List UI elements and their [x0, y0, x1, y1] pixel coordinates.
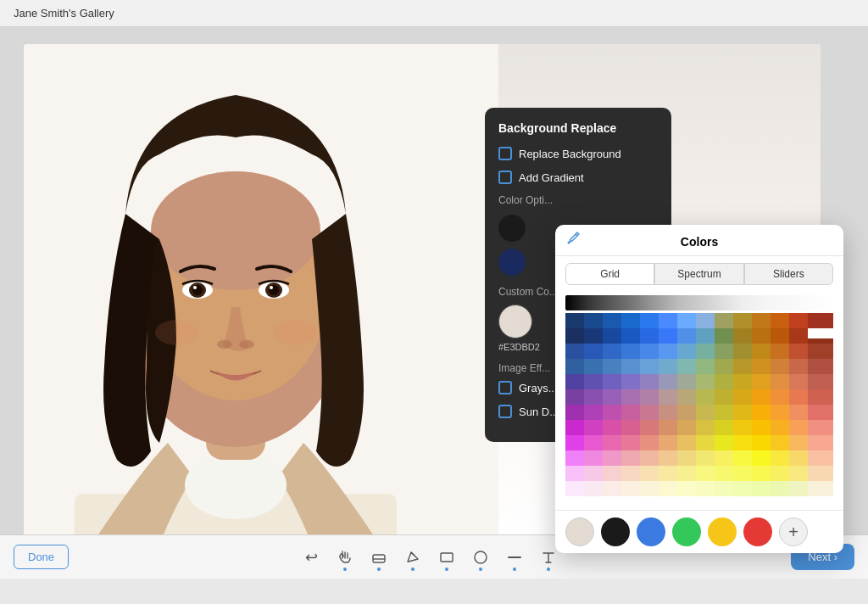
svg-rect-110	[659, 405, 677, 420]
text-icon	[540, 549, 557, 566]
replace-bg-checkbox[interactable]	[498, 147, 512, 160]
svg-rect-83	[677, 374, 696, 389]
custom-color-swatch[interactable]	[498, 305, 532, 338]
eraser-dot	[377, 568, 381, 571]
sun-checkbox[interactable]	[498, 405, 512, 418]
hand-icon	[337, 549, 353, 566]
svg-rect-51	[603, 344, 621, 359]
tab-sliders[interactable]: Sliders	[744, 263, 833, 285]
svg-rect-86	[733, 374, 752, 389]
done-button[interactable]: Done	[14, 545, 69, 569]
svg-rect-53	[640, 344, 659, 359]
rect-button[interactable]	[431, 542, 462, 573]
svg-rect-165	[640, 466, 659, 481]
svg-rect-65	[603, 359, 621, 374]
hand-tool-button[interactable]	[330, 542, 360, 573]
swatch-beige[interactable]	[565, 517, 594, 546]
svg-rect-111	[677, 405, 696, 420]
svg-rect-166	[659, 466, 677, 481]
svg-rect-49	[565, 344, 584, 359]
svg-rect-64	[584, 359, 603, 374]
svg-rect-95	[640, 389, 659, 405]
svg-rect-34	[808, 313, 833, 328]
svg-rect-116	[771, 405, 789, 420]
svg-rect-183	[715, 481, 733, 496]
svg-rect-134	[584, 435, 603, 450]
undo-button[interactable]: ↩	[296, 542, 326, 573]
svg-rect-179	[640, 481, 659, 496]
svg-rect-121	[603, 420, 621, 435]
svg-rect-102	[771, 389, 789, 405]
svg-rect-141	[715, 435, 733, 450]
svg-rect-182	[696, 481, 715, 496]
svg-rect-100	[733, 389, 752, 405]
dark-blue-swatch[interactable]	[498, 249, 526, 276]
svg-rect-138	[659, 435, 677, 450]
svg-rect-97	[677, 389, 696, 405]
tab-bar: Grid Spectrum Sliders	[555, 256, 843, 292]
svg-rect-188	[808, 481, 833, 496]
swatch-green[interactable]	[672, 517, 701, 546]
swatch-yellow[interactable]	[708, 517, 737, 546]
svg-rect-84	[696, 374, 715, 389]
black-swatch[interactable]	[498, 215, 526, 242]
color-options-label: Color Opti...	[498, 194, 658, 206]
svg-rect-156	[733, 450, 752, 466]
svg-rect-115	[752, 405, 771, 420]
add-gradient-row[interactable]: Add Gradient	[498, 171, 658, 184]
grayscale-checkbox[interactable]	[498, 381, 512, 394]
colors-panel: Colors Grid Spectrum Sliders	[555, 225, 843, 553]
svg-rect-31	[752, 313, 771, 328]
circle-button[interactable]	[465, 542, 496, 573]
svg-rect-79	[603, 374, 621, 389]
svg-rect-105	[565, 405, 584, 420]
svg-rect-87	[752, 374, 771, 389]
add-swatch-button[interactable]: +	[779, 517, 808, 546]
grayscale-label: Grays...	[519, 382, 558, 394]
svg-rect-39	[640, 328, 659, 344]
svg-rect-21	[565, 313, 584, 328]
tab-grid[interactable]: Grid	[565, 263, 654, 285]
svg-rect-88	[771, 374, 789, 389]
text-dot	[547, 568, 550, 571]
svg-rect-66	[621, 359, 640, 374]
add-gradient-checkbox[interactable]	[498, 171, 512, 184]
svg-rect-96	[659, 389, 677, 405]
svg-rect-117	[789, 405, 808, 420]
svg-rect-177	[603, 481, 621, 496]
svg-rect-38	[621, 328, 640, 344]
svg-rect-114	[733, 405, 752, 420]
svg-rect-120	[584, 420, 603, 435]
svg-rect-85	[715, 374, 733, 389]
svg-rect-186	[771, 481, 789, 496]
pen-button[interactable]	[398, 542, 428, 573]
pen-dot	[411, 568, 415, 571]
svg-point-17	[239, 340, 254, 349]
svg-point-16	[217, 340, 232, 349]
svg-rect-148	[584, 450, 603, 466]
svg-rect-190	[441, 553, 453, 562]
svg-rect-80	[621, 374, 640, 389]
replace-bg-row[interactable]: Replace Background	[498, 147, 658, 160]
colors-header: Colors	[555, 225, 843, 256]
svg-rect-157	[752, 450, 771, 466]
svg-rect-76	[808, 359, 833, 374]
svg-rect-147	[565, 450, 584, 466]
color-grid-svg[interactable]	[565, 313, 833, 500]
line-dot	[513, 568, 516, 571]
eyedropper-button[interactable]	[565, 231, 581, 249]
eraser-button[interactable]	[364, 542, 394, 573]
line-button[interactable]	[499, 542, 530, 573]
swatch-blue[interactable]	[637, 517, 665, 546]
tab-spectrum[interactable]: Spectrum	[654, 263, 743, 285]
svg-rect-42	[696, 328, 715, 344]
swatch-red[interactable]	[743, 517, 772, 546]
svg-rect-40	[659, 328, 677, 344]
svg-rect-72	[733, 359, 752, 374]
eyedropper-icon	[565, 231, 581, 246]
svg-rect-167	[677, 466, 696, 481]
svg-rect-159	[789, 450, 808, 466]
swatch-black[interactable]	[601, 517, 630, 546]
color-grid-wrapper	[555, 292, 843, 510]
line-icon	[506, 549, 523, 566]
